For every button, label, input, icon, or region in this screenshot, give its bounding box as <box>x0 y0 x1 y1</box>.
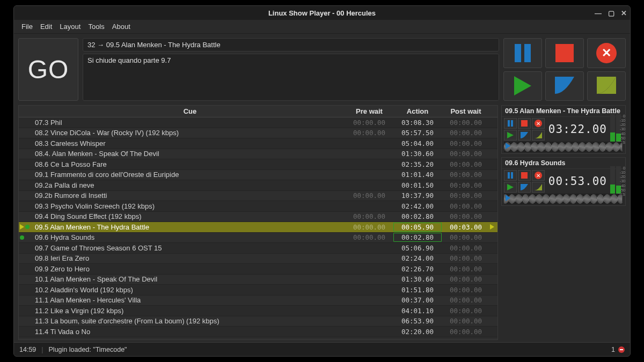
cue-row[interactable]: 10.2 Aladdin's World (192 kbps)01:51.800… <box>19 285 497 295</box>
cue-name: 11.4 Ti Vada o No <box>35 328 345 336</box>
cue-row[interactable]: 09.8 Ieri Era Zero02:24.0000:00.00 <box>19 254 497 264</box>
cue-action: 00:01.50 <box>393 181 442 189</box>
running-pause-button[interactable] <box>504 170 517 181</box>
cancel-all-button[interactable]: ✕ <box>587 38 626 68</box>
go-button[interactable]: GO <box>18 38 78 101</box>
cue-row[interactable]: 11.1 Alan Menken - Hercules' Villa00:37.… <box>19 295 497 306</box>
minimize-icon[interactable]: — <box>595 10 602 17</box>
running-stop-button[interactable] <box>518 118 531 129</box>
cue-row[interactable]: 09.9 Zero to Hero02:26.7000:00.00 <box>19 264 497 275</box>
running-fadeout-button[interactable] <box>518 182 531 193</box>
active-dot-icon <box>20 235 24 240</box>
cue-action: 01:01.40 <box>393 171 442 179</box>
cue-prewait: 00:00.00 <box>345 212 393 220</box>
col-cue[interactable]: Cue <box>35 107 345 115</box>
waveform[interactable] <box>504 142 623 152</box>
cue-name: 09.5 Alan Menken - The Hydra Battle <box>35 223 345 231</box>
cue-action: 02:35.20 <box>393 160 442 168</box>
cue-row[interactable]: 08.6 Ce La Posso Fare02:35.2000:00.00 <box>19 159 497 170</box>
cue-postwait: 00:00.00 <box>442 191 490 200</box>
running-fadein-button[interactable] <box>532 182 545 193</box>
cue-row[interactable]: 09.3 Psycho Violin Screech (192 kbps)02:… <box>19 201 497 212</box>
cue-row[interactable]: 11.4 Ti Vada o No02:20.0000:00.00 <box>19 327 497 337</box>
cue-name: 08.3 Careless Whisper <box>35 139 345 147</box>
cue-name: 07.3 Phil <box>35 119 345 127</box>
stop-all-button[interactable] <box>545 38 584 68</box>
col-action[interactable]: Action <box>393 107 442 115</box>
pause-icon <box>515 44 531 62</box>
cue-postwait: 00:00.00 <box>442 317 490 325</box>
cue-action: 02:42.00 <box>393 202 442 210</box>
cue-row[interactable]: 07.3 Phil00:00.0003:08.3000:00.00 <box>19 117 497 128</box>
cue-postwait: 00:00.00 <box>442 286 490 294</box>
waveform[interactable] <box>504 194 623 204</box>
col-pre[interactable]: Pre wait <box>345 107 393 115</box>
cue-name: 09.2b Rumore di Insetti <box>35 191 345 200</box>
cue-action: 05:04.00 <box>393 139 442 147</box>
running-play-button[interactable] <box>504 182 517 193</box>
running-cancel-button[interactable]: ✕ <box>532 170 545 181</box>
menu-layout[interactable]: Layout <box>60 23 80 31</box>
cue-action: 00:05.90 <box>393 223 442 232</box>
running-play-button[interactable] <box>504 130 517 141</box>
cue-row[interactable]: 11.2 Like a Virgin (192 kbps)04:01.1000:… <box>19 306 497 316</box>
cue-action: 03:08.30 <box>393 119 442 127</box>
cue-postwait: 00:00.00 <box>442 296 490 304</box>
cue-row[interactable]: 11.6 Alan Menken - The Prophecy00:54.000… <box>19 337 497 340</box>
stop-icon <box>555 44 574 62</box>
cue-prewait: 00:00.00 <box>345 233 393 241</box>
cue-row[interactable]: 10.1 Alan Menken - Speak Of The Devil01:… <box>19 275 497 285</box>
col-post[interactable]: Post wait <box>442 107 490 115</box>
running-stop-button[interactable] <box>518 170 531 181</box>
cue-row[interactable]: 11.3 La boum, suite d'orchestre (From La… <box>19 316 497 327</box>
cue-postwait: 00:00.00 <box>442 119 490 127</box>
menu-tools[interactable]: Tools <box>88 23 104 31</box>
go-button-label: GO <box>28 55 69 84</box>
cue-action: 00:54.00 <box>393 338 442 339</box>
play-icon <box>514 76 531 95</box>
running-fadein-button[interactable] <box>532 130 545 141</box>
running-cue-time: 00:53.00 <box>547 175 609 188</box>
running-cancel-button[interactable]: ✕ <box>532 118 545 129</box>
cue-row[interactable]: 09.5 Alan Menken - The Hydra Battle00:00… <box>19 222 497 233</box>
cue-row[interactable]: 09.7 Game of Thrones Season 6 OST 1505:0… <box>19 243 497 254</box>
cue-postwait: 00:00.00 <box>442 150 490 158</box>
cue-postwait: 00:00.00 <box>442 254 490 262</box>
transport-panel: ✕ <box>503 38 626 101</box>
cue-row[interactable]: 08.3 Careless Whisper05:04.0000:00.00 <box>19 138 497 149</box>
current-cue-note: Si chiude quando parte 9.7 <box>83 54 499 101</box>
cue-action: 01:30.60 <box>393 150 442 158</box>
cue-row[interactable]: 09.6 Hydra Sounds00:00.0000:02.8000:00.0… <box>19 233 497 243</box>
menu-file[interactable]: File <box>21 23 33 31</box>
cue-action: 04:01.10 <box>393 307 442 315</box>
running-pause-button[interactable] <box>504 118 517 129</box>
fadeout-button[interactable] <box>545 71 584 101</box>
cue-postwait: 00:00.00 <box>442 307 490 315</box>
playhead-icon <box>506 143 510 149</box>
level-meter: 0-10-20-30-40-50dBFS <box>610 166 624 196</box>
window-title: Linux Show Player - 00 Hercules <box>268 9 376 17</box>
app-window: Linux Show Player - 00 Hercules — ▢ ✕ Fi… <box>13 5 631 357</box>
cue-row[interactable]: 08.4. Alan Menken - Speak Of The Devil01… <box>19 149 497 160</box>
cue-name: 09.4 Ding Sound Effect (192 kbps) <box>35 212 345 220</box>
menu-about[interactable]: About <box>112 23 130 31</box>
close-icon[interactable]: ✕ <box>621 10 627 17</box>
cue-rows[interactable]: 07.3 Phil00:00.0003:08.3000:00.0008.2 Vi… <box>19 117 497 339</box>
cue-postwait: 00:00.00 <box>442 265 490 273</box>
cue-prewait: 00:00.00 <box>345 191 393 200</box>
cancel-icon: ✕ <box>596 43 617 63</box>
cue-postwait: 00:00.00 <box>442 338 490 339</box>
cue-row[interactable]: 09.2b Rumore di Insetti00:00.0010:37.900… <box>19 191 497 202</box>
play-button[interactable] <box>503 71 542 101</box>
fadein-button[interactable] <box>587 71 626 101</box>
cue-action: 02:20.00 <box>393 328 442 336</box>
cue-row[interactable]: 09.2a Palla di neve00:01.5000:00.00 <box>19 180 497 191</box>
maximize-icon[interactable]: ▢ <box>608 10 614 17</box>
error-indicator-icon[interactable] <box>618 346 625 353</box>
cue-row[interactable]: 09.1 Frammento di coro dell'Oreste di Eu… <box>19 170 497 181</box>
running-fadeout-button[interactable] <box>518 130 531 141</box>
pause-all-button[interactable] <box>503 38 542 68</box>
menu-edit[interactable]: Edit <box>40 23 52 31</box>
cue-row[interactable]: 09.4 Ding Sound Effect (192 kbps)00:00.0… <box>19 212 497 223</box>
cue-row[interactable]: 08.2 Vince DiCola - War (Rocky IV) (192 … <box>19 128 497 139</box>
